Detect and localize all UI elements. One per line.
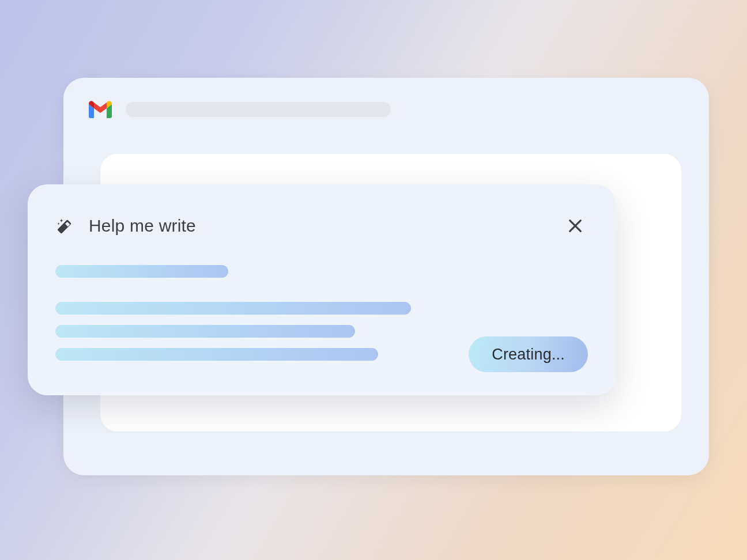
gmail-logo-icon [89,101,112,118]
creating-status-button: Creating... [469,336,588,372]
magic-wand-icon [55,216,75,236]
help-me-write-panel: Help me write Creating... [28,184,616,395]
panel-title: Help me write [89,216,196,236]
gmail-header [63,78,709,118]
search-bar-placeholder[interactable] [126,102,391,117]
skeleton-line [55,302,411,315]
skeleton-line [55,348,378,361]
panel-title-group: Help me write [55,216,196,236]
skeleton-line [55,325,355,338]
panel-header: Help me write [55,213,588,239]
close-icon [567,218,583,234]
close-button[interactable] [563,213,588,239]
skeleton-line [55,265,228,278]
